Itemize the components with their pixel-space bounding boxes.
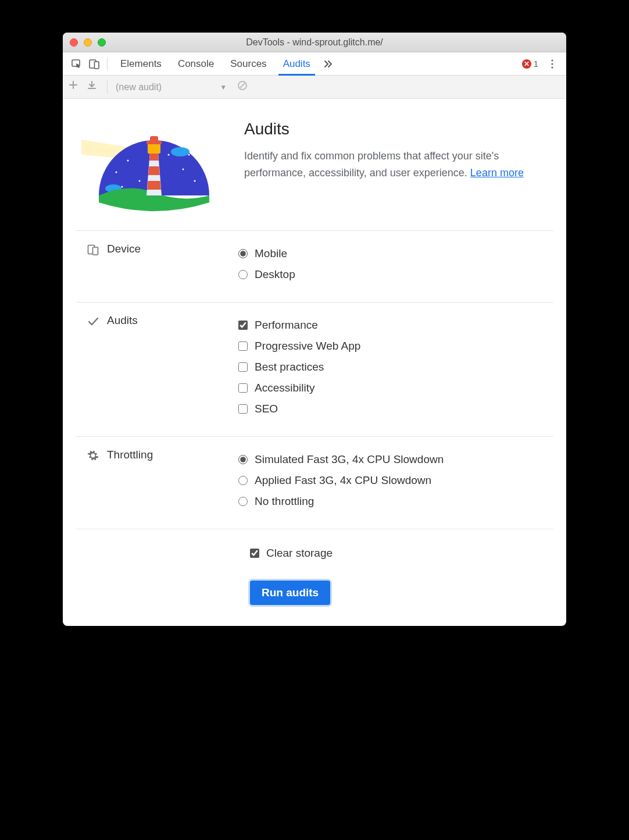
svg-point-15 (188, 154, 190, 156)
device-icon (87, 244, 99, 255)
section-throttling: Throttling Simulated Fast 3G, 4x CPU Slo… (76, 436, 553, 529)
error-count-badge[interactable]: ✕ 1 (522, 59, 538, 69)
svg-rect-24 (150, 136, 158, 142)
separator (107, 81, 108, 94)
inspect-element-icon[interactable] (69, 56, 85, 72)
lighthouse-illustration (76, 120, 227, 213)
checkbox-accessibility[interactable]: Accessibility (238, 382, 553, 394)
radio-device-desktop[interactable]: Desktop (238, 268, 553, 281)
section-device-header: Device (76, 243, 238, 289)
window-title: DevTools - wind-sprout.glitch.me/ (63, 37, 566, 48)
device-toolbar-icon[interactable] (86, 56, 102, 72)
titlebar: DevTools - wind-sprout.glitch.me/ (63, 33, 566, 52)
svg-point-14 (121, 186, 123, 188)
caret-down-icon: ▼ (220, 83, 227, 91)
radio-throttling-applied[interactable]: Applied Fast 3G, 4x CPU Slowdown (238, 474, 553, 487)
svg-point-11 (168, 154, 170, 156)
run-audits-button[interactable]: Run audits (250, 581, 330, 605)
svg-point-16 (171, 147, 190, 156)
tab-audits[interactable]: Audits (275, 52, 319, 75)
tab-label: Sources (230, 58, 266, 70)
option-label: Simulated Fast 3G, 4x CPU Slowdown (255, 453, 444, 466)
learn-more-link[interactable]: Learn more (470, 167, 524, 179)
check-icon (87, 315, 99, 327)
checkbox-pwa[interactable]: Progressive Web App (238, 340, 553, 353)
checkbox-input[interactable] (238, 383, 248, 393)
audit-select[interactable]: (new audit) ▼ (116, 82, 227, 92)
new-audit-icon[interactable] (69, 80, 83, 94)
checkbox-input[interactable] (238, 341, 248, 351)
svg-marker-21 (149, 154, 159, 161)
option-label: Performance (255, 319, 318, 332)
option-label: SEO (255, 403, 278, 415)
checkbox-input[interactable] (238, 404, 248, 414)
main-tabstrip: Elements Console Sources Audits ✕ 1 (63, 52, 566, 76)
gear-icon (87, 450, 99, 461)
audit-select-label: (new audit) (116, 82, 162, 92)
radio-throttling-none[interactable]: No throttling (238, 495, 553, 508)
checkbox-input[interactable] (238, 321, 248, 330)
section-audits-label: Audits (107, 314, 138, 327)
svg-point-8 (116, 172, 117, 173)
checkbox-seo[interactable]: SEO (238, 403, 553, 415)
radio-device-mobile[interactable]: Mobile (238, 247, 553, 260)
checkbox-best-practices[interactable]: Best practices (238, 361, 553, 373)
section-audits-header: Audits (76, 314, 238, 423)
radio-input[interactable] (238, 497, 248, 506)
checkbox-clear-storage[interactable]: Clear storage (250, 547, 553, 560)
audits-panel: Audits Identify and fix common problems … (63, 99, 566, 626)
svg-point-3 (551, 59, 553, 61)
option-label: Best practices (255, 361, 324, 373)
svg-rect-26 (93, 247, 98, 255)
devtools-window: DevTools - wind-sprout.glitch.me/ Elemen… (63, 33, 566, 626)
svg-point-5 (551, 66, 553, 68)
tabs: Elements Console Sources Audits (112, 52, 338, 75)
svg-point-13 (194, 180, 196, 182)
radio-input[interactable] (238, 270, 248, 279)
option-label: Mobile (255, 247, 287, 260)
tab-sources[interactable]: Sources (222, 52, 274, 75)
device-options: Mobile Desktop (238, 243, 553, 289)
chevron-double-right-icon (323, 59, 334, 69)
checkbox-input[interactable] (238, 362, 248, 372)
tab-label: Elements (120, 58, 162, 70)
option-label: Applied Fast 3G, 4x CPU Slowdown (255, 474, 431, 487)
separator (107, 58, 108, 70)
svg-marker-20 (148, 166, 160, 175)
download-report-icon[interactable] (87, 80, 101, 94)
checkbox-performance[interactable]: Performance (238, 319, 553, 332)
tab-label: Console (178, 58, 214, 70)
radio-input[interactable] (238, 476, 248, 485)
tab-elements[interactable]: Elements (112, 52, 170, 75)
intro-body: Identify and fix common problems that af… (244, 150, 499, 179)
clear-icon[interactable] (237, 80, 251, 94)
audits-toolbar: (new audit) ▼ (63, 76, 566, 99)
option-label: Desktop (255, 268, 295, 281)
intro-text: Audits Identify and fix common problems … (244, 120, 553, 213)
option-label: Progressive Web App (255, 340, 360, 353)
section-throttling-header: Throttling (76, 449, 238, 516)
tabs-overflow-button[interactable] (319, 52, 338, 75)
radio-throttling-simulated[interactable]: Simulated Fast 3G, 4x CPU Slowdown (238, 453, 553, 466)
checkbox-input[interactable] (250, 549, 259, 558)
option-label: No throttling (255, 495, 314, 508)
tab-label: Audits (283, 58, 310, 70)
option-label: Clear storage (266, 547, 333, 560)
error-count: 1 (534, 59, 538, 69)
throttling-options: Simulated Fast 3G, 4x CPU Slowdown Appli… (238, 449, 553, 516)
section-device: Device Mobile Desktop (76, 230, 553, 302)
option-label: Accessibility (255, 382, 314, 394)
svg-point-4 (551, 63, 553, 65)
section-audits: Audits Performance Progressive Web App B… (76, 302, 553, 436)
svg-marker-19 (147, 181, 161, 190)
intro-row: Audits Identify and fix common problems … (76, 115, 553, 230)
radio-input[interactable] (238, 455, 248, 464)
kebab-menu-icon[interactable] (544, 56, 560, 72)
radio-input[interactable] (238, 249, 248, 258)
tab-console[interactable]: Console (170, 52, 222, 75)
audits-options: Performance Progressive Web App Best pra… (238, 314, 553, 423)
section-device-label: Device (107, 243, 141, 255)
section-throttling-label: Throttling (107, 449, 153, 461)
svg-point-9 (127, 160, 129, 162)
svg-point-10 (139, 180, 141, 182)
